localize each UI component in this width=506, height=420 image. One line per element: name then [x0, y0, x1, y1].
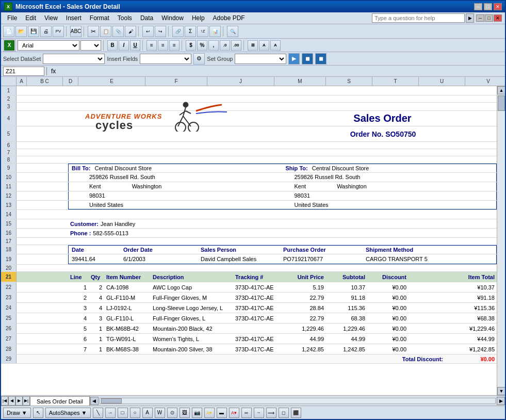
line-color-tool[interactable]: ▬: [217, 408, 227, 418]
col-a: A: [17, 77, 27, 86]
menu-format[interactable]: Format: [86, 13, 113, 23]
new-btn[interactable]: 📄: [3, 26, 14, 37]
paste-btn[interactable]: 📎: [112, 26, 124, 37]
menu-file[interactable]: File: [3, 13, 21, 23]
tab-nav-next[interactable]: ▶: [15, 396, 23, 406]
underline-btn[interactable]: U: [130, 40, 140, 51]
app-minimize-btn[interactable]: ─: [476, 14, 484, 22]
group-select[interactable]: [235, 54, 286, 64]
chart-btn[interactable]: 📊: [209, 26, 221, 37]
fill-color-tool[interactable]: A▾: [204, 408, 215, 418]
align-left-btn[interactable]: ≡: [146, 40, 157, 51]
draw-oval[interactable]: ○: [130, 408, 140, 418]
decrease-dec-btn[interactable]: .00: [231, 40, 241, 51]
cut-btn[interactable]: ✂: [88, 26, 99, 37]
menu-data[interactable]: Data: [136, 13, 157, 23]
bill-country: United States: [69, 201, 291, 209]
sb-down-btn[interactable]: ▼: [497, 387, 505, 395]
report-icon-3[interactable]: ◼: [302, 53, 313, 64]
tab-nav-last[interactable]: ▶|: [23, 396, 30, 406]
app-restore-btn[interactable]: □: [485, 14, 493, 22]
bill-to-name: Central Discount Store: [94, 165, 152, 171]
dash-style-tool[interactable]: ┄: [254, 408, 264, 418]
fields-select[interactable]: [140, 54, 191, 64]
insert-link-btn[interactable]: 🔗: [172, 26, 184, 37]
shadow-tool[interactable]: ◻: [279, 408, 289, 418]
close-button[interactable]: ✕: [494, 3, 502, 10]
help-input[interactable]: [372, 13, 465, 23]
bold-btn[interactable]: B: [107, 40, 118, 51]
draw-btn[interactable]: Draw ▼: [3, 408, 31, 418]
font-select[interactable]: Arial: [18, 40, 79, 51]
dollar-btn[interactable]: $: [186, 40, 196, 51]
maximize-button[interactable]: □: [484, 3, 492, 10]
comma-btn[interactable]: ,: [208, 40, 219, 51]
spell-btn[interactable]: ABC: [70, 26, 81, 37]
open-btn[interactable]: 📂: [15, 26, 27, 37]
h-sb-track[interactable]: [100, 398, 496, 404]
col-t: T: [372, 77, 419, 86]
report-icon-4[interactable]: ◼: [315, 53, 327, 64]
percent-btn[interactable]: %: [197, 40, 207, 51]
draw-picture[interactable]: 📷: [192, 408, 202, 418]
sort-asc-btn[interactable]: ↑Z: [197, 26, 208, 37]
help-search-btn[interactable]: ▶: [466, 13, 474, 23]
font-color-tool[interactable]: A▾: [229, 408, 239, 418]
purchase-order-col-hdr: Purchase Order: [280, 246, 363, 254]
report-icon-1[interactable]: ⚙: [193, 53, 205, 64]
tab-nav-prev[interactable]: ◀: [8, 396, 15, 406]
sheet-tab-sales-order-detail[interactable]: Sales Order Detail: [30, 396, 90, 406]
font-color-btn[interactable]: A: [270, 40, 281, 51]
print-btn[interactable]: 🖨: [40, 26, 52, 37]
sb-up-btn[interactable]: ▲: [497, 86, 505, 94]
print-preview-btn[interactable]: PV: [53, 26, 64, 37]
report-icon-2[interactable]: ▶: [288, 53, 300, 64]
li6-desc: Women's Tights, L: [151, 335, 233, 343]
draw-diagram[interactable]: ⊙: [167, 408, 177, 418]
app-close-btn[interactable]: ✕: [494, 14, 502, 22]
line-style-tool[interactable]: ═: [241, 408, 252, 418]
draw-line[interactable]: ╲: [93, 408, 103, 418]
menu-view[interactable]: View: [40, 13, 62, 23]
zoom-btn[interactable]: 🔍: [227, 26, 238, 37]
customer-name: Jean Handley: [101, 221, 135, 227]
3d-tool[interactable]: ⬛: [291, 408, 301, 418]
font-size-select[interactable]: [80, 40, 101, 51]
row-num-13: 13: [1, 201, 17, 209]
draw-arrow[interactable]: →: [105, 408, 116, 418]
autosum-btn[interactable]: Σ: [185, 26, 196, 37]
h-sb-right[interactable]: ▶: [497, 397, 505, 405]
fx-button[interactable]: fx: [49, 68, 58, 75]
minimize-button[interactable]: ─: [474, 3, 482, 10]
tab-nav-first[interactable]: |◀: [1, 396, 8, 406]
dataset-select[interactable]: [43, 54, 105, 64]
menu-tools[interactable]: Tools: [113, 13, 136, 23]
copy-btn[interactable]: 📋: [100, 26, 111, 37]
increase-dec-btn[interactable]: .0: [220, 40, 230, 51]
align-center-btn[interactable]: ≡: [158, 40, 168, 51]
fill-color-btn[interactable]: A: [259, 40, 269, 51]
save-btn[interactable]: 💾: [28, 26, 39, 37]
menu-edit[interactable]: Edit: [21, 13, 40, 23]
h-sb-left[interactable]: ◀: [90, 397, 99, 405]
arrow-style-tool[interactable]: ⟶: [266, 408, 276, 418]
draw-wordart[interactable]: W: [155, 408, 165, 418]
format-painter-btn[interactable]: 🖌: [125, 26, 136, 37]
border-btn[interactable]: ⊞: [248, 40, 258, 51]
sb-track[interactable]: [497, 94, 505, 387]
draw-clipart[interactable]: 🖼: [179, 408, 190, 418]
menu-adobe[interactable]: Adobe PDF: [209, 13, 249, 23]
italic-btn[interactable]: I: [119, 40, 129, 51]
total-discount-label: Total Discount:: [402, 356, 443, 362]
redo-btn[interactable]: ↪: [155, 26, 166, 37]
align-right-btn[interactable]: ≡: [169, 40, 179, 51]
draw-rect[interactable]: □: [118, 408, 128, 418]
name-box[interactable]: [3, 67, 44, 76]
menu-window[interactable]: Window: [157, 13, 188, 23]
menu-help[interactable]: Help: [188, 13, 209, 23]
draw-textbox[interactable]: A: [142, 408, 153, 418]
undo-btn[interactable]: ↩: [142, 26, 154, 37]
autoshapes-btn[interactable]: AutoShapes ▼: [45, 408, 91, 418]
menu-insert[interactable]: Insert: [62, 13, 86, 23]
draw-tb-select[interactable]: ↖: [33, 408, 43, 418]
